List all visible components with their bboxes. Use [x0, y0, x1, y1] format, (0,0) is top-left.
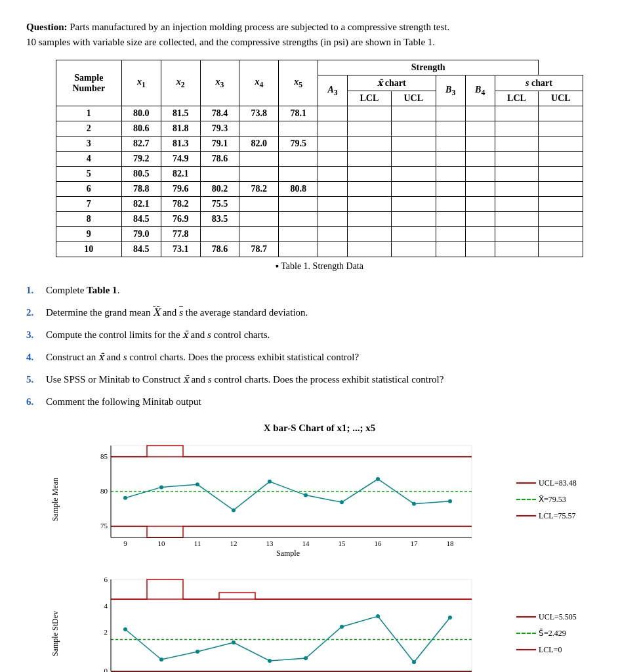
data-cell: [239, 227, 279, 242]
data-cell: [200, 227, 239, 242]
xbar-y-label: Sample Mean: [51, 478, 64, 521]
s-y-label: Sample StDev: [51, 611, 64, 656]
data-cell: 79.2: [121, 152, 161, 167]
data-cell: [436, 106, 465, 121]
data-cell: [391, 167, 436, 182]
data-cell: [539, 167, 583, 182]
svg-text:15: 15: [339, 539, 346, 547]
table-container: SampleNumber x1 x2 x3 x4 x5 Strength A3 …: [56, 60, 584, 272]
row-num: 1: [56, 106, 121, 121]
q2-text: Determine the grand mean X̄ and s the av…: [46, 304, 613, 320]
data-cell: [318, 121, 348, 136]
data-cell: 81.5: [161, 106, 200, 121]
q6-text: Comment the following Minitab output: [46, 394, 613, 410]
xbar-svg: 85 80 75 9 10 11 12 13 14 15 16 17 18: [85, 439, 491, 557]
data-cell: [348, 167, 392, 182]
data-cell: [465, 182, 495, 197]
svg-point-9: [304, 494, 308, 497]
question-2: 2. Determine the grand mean X̄ and s the…: [26, 304, 613, 320]
data-cell: [239, 212, 279, 227]
svg-text:18: 18: [447, 539, 455, 547]
data-cell: 79.3: [200, 121, 239, 136]
row-num: 8: [56, 212, 121, 227]
B3-header: B3: [436, 75, 465, 106]
data-cell: [391, 182, 436, 197]
data-cell: [539, 152, 583, 167]
row-num: 10: [56, 242, 121, 257]
data-cell: [391, 152, 436, 167]
data-cell: [495, 197, 539, 212]
svg-point-4: [123, 496, 127, 500]
data-cell: [318, 242, 348, 257]
data-cell: [348, 152, 392, 167]
data-cell: [495, 182, 539, 197]
data-cell: [318, 197, 348, 212]
row-num: 4: [56, 152, 121, 167]
question-1: 1. Complete Table 1.: [26, 282, 613, 298]
svg-point-39: [304, 656, 308, 660]
chart-section: X bar-S Chart of x1; ...; x5 Sample Mean: [26, 423, 613, 672]
question-label: Question:: [26, 22, 68, 32]
question-text: Question: Parts manufactured by an injec…: [26, 20, 613, 35]
data-cell: [391, 212, 436, 227]
row-num: 7: [56, 197, 121, 212]
svg-point-10: [340, 500, 344, 504]
data-cell: [348, 136, 392, 152]
data-cell: [391, 242, 436, 257]
x1-header: x1: [121, 60, 161, 106]
questions-list: 1. Complete Table 1. 2. Determine the gr…: [26, 282, 613, 410]
data-cell: [318, 167, 348, 182]
s-ucl-line-icon: [516, 616, 536, 618]
svg-text:85: 85: [100, 452, 108, 460]
data-cell: [539, 182, 583, 197]
data-cell: [279, 227, 318, 242]
svg-point-37: [232, 640, 236, 644]
x4-header: x4: [239, 60, 279, 106]
svg-point-38: [268, 659, 272, 663]
row-num: 2: [56, 121, 121, 136]
data-cell: [436, 197, 465, 212]
data-cell: 73.8: [239, 106, 279, 121]
sample-number-header: SampleNumber: [56, 60, 121, 106]
data-cell: [465, 136, 495, 152]
question-5: 5. Use SPSS or Minitab to Construct x̄ a…: [26, 371, 613, 387]
xbar-ucl-legend: UCL=83.48: [516, 478, 588, 488]
data-cell: 81.3: [161, 136, 200, 152]
data-cell: [391, 121, 436, 136]
row-num: 3: [56, 136, 121, 152]
s-lcl-line-icon: [516, 649, 536, 650]
data-cell: [495, 167, 539, 182]
q3-num: 3.: [26, 327, 41, 343]
x5-header: x5: [279, 60, 318, 106]
xbar-center-label: X̄=79.53: [539, 495, 566, 505]
data-cell: 78.2: [239, 182, 279, 197]
data-cell: 79.0: [121, 227, 161, 242]
question-block: Question: Parts manufactured by an injec…: [26, 20, 613, 49]
data-cell: [465, 197, 495, 212]
data-cell: [348, 242, 392, 257]
data-cell: 78.6: [200, 152, 239, 167]
data-cell: 82.1: [121, 197, 161, 212]
svg-text:16: 16: [375, 539, 382, 547]
data-cell: [318, 182, 348, 197]
data-cell: [495, 212, 539, 227]
data-cell: 79.5: [279, 136, 318, 152]
data-cell: [495, 242, 539, 257]
data-cell: [239, 167, 279, 182]
data-cell: [318, 136, 348, 152]
data-cell: [465, 242, 495, 257]
data-cell: [391, 197, 436, 212]
data-cell: [539, 212, 583, 227]
data-cell: [539, 242, 583, 257]
s-ucl-header: UCL: [539, 91, 583, 106]
row-num: 6: [56, 182, 121, 197]
data-cell: 80.2: [200, 182, 239, 197]
q2-num: 2.: [26, 304, 41, 320]
s-center-legend: S̄=2.429: [516, 629, 588, 639]
data-cell: [436, 182, 465, 197]
table-caption: ▪ Table 1. Strength Data: [56, 261, 584, 272]
question-main: Parts manufactured by an injection moldi…: [70, 22, 449, 32]
data-cell: 78.8: [121, 182, 161, 197]
s-lcl-legend: LCL=0: [516, 645, 588, 655]
data-cell: 79.1: [200, 136, 239, 152]
